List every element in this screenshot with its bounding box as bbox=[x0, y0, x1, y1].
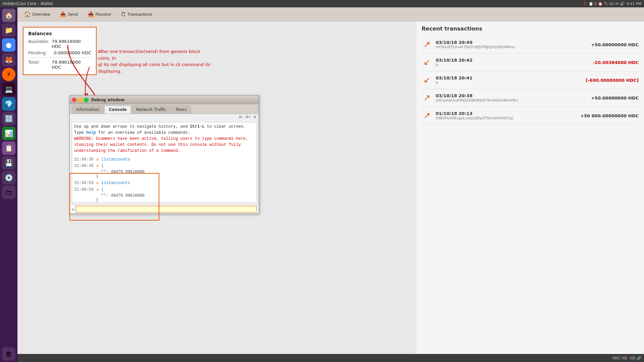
tab-information[interactable]: Information bbox=[72, 106, 104, 114]
console-warning: WARNING: Scammers have been active, tell… bbox=[74, 136, 248, 153]
receive-icon: 📥 bbox=[88, 11, 94, 17]
tx-date-1: 03/10/18 20:49 bbox=[436, 40, 591, 45]
dock: 🏠 📁 ● 🦊 ⚡ 💻 💎 🔢 📊 📋 💾 💿 🗃 🗑 bbox=[0, 7, 17, 362]
debug-console[interactable]: Use up and down arrows to navigate histo… bbox=[72, 122, 257, 202]
main-content: 🏠 Overview 📤 Send 📥 Receive 🗒 Transactio… bbox=[17, 7, 644, 362]
dock-icon-drive[interactable]: 💾 bbox=[2, 156, 15, 170]
tx-date-3: 03/10/18 20:41 bbox=[436, 75, 586, 80]
app-container: 🏠 📁 ● 🦊 ⚡ 💻 💎 🔢 📊 📋 💾 💿 🗃 🗑 🏠 Overview 📤… bbox=[0, 7, 644, 362]
dock-icon-home[interactable]: 🏠 bbox=[2, 9, 15, 22]
tx-amount-2: -20.00384000 HDC bbox=[593, 60, 639, 65]
dock-icon-terminal[interactable]: 💻 bbox=[2, 82, 15, 96]
debug-window-title: Debug window bbox=[91, 98, 125, 102]
transactions-icon: 🗒 bbox=[121, 11, 126, 17]
status-bar: HDC HD HD 🔗 bbox=[17, 354, 644, 362]
tx-address-3: b bbox=[436, 80, 586, 85]
tx-address-2: b bbox=[436, 63, 593, 67]
dock-icon-files[interactable]: 📁 bbox=[2, 23, 15, 37]
tx-icon-2 bbox=[422, 57, 432, 68]
console-toolbar: A- A+ ✕ bbox=[70, 114, 259, 120]
dock-icon-storage[interactable]: 🗃 bbox=[2, 186, 15, 199]
cmd-icon-2: ↺ bbox=[96, 180, 99, 186]
tx-details-2: 03/10/18 20:42 b bbox=[436, 58, 593, 67]
debug-maximize-button[interactable] bbox=[84, 98, 89, 102]
console-instructions: Use up and down arrows to navigate histo… bbox=[74, 124, 254, 154]
font-decrease-button[interactable]: A- bbox=[239, 115, 243, 119]
balance-pending-row: Pending: 0.00000000 HDC bbox=[28, 50, 91, 55]
tx-amount-4: +50.00000000 HDC bbox=[591, 96, 639, 101]
annotation-text: After one transaction(send) from genesis… bbox=[98, 48, 212, 74]
result-icon-2: ↺ bbox=[96, 187, 99, 193]
debug-minimize-button[interactable] bbox=[78, 98, 83, 102]
debug-tabs: Information Console Network Traffic Peer… bbox=[70, 104, 259, 114]
transaction-item-5: 01/10/18 20:13 (HBXPovK6ugzLcstijxSDy479… bbox=[422, 107, 639, 125]
balances-title: Balances bbox=[28, 31, 91, 36]
pending-value: 0.00000000 HDC bbox=[54, 50, 91, 55]
console-close-button[interactable]: ✕ bbox=[253, 115, 257, 119]
transaction-list: 03/10/18 20:49 (H7kIu9T5Xu4rTBd7c8jSiTMJ… bbox=[422, 36, 639, 125]
dock-icon-chrome[interactable]: ● bbox=[2, 38, 15, 52]
status-text: HDC HD bbox=[612, 356, 627, 360]
debug-window: ✕ Debug window Information Console Netwo… bbox=[69, 95, 259, 214]
tx-amount-1: +50.00000000 HDC bbox=[591, 42, 639, 47]
balance-available-row: Available: 79.99616000 HDC bbox=[28, 39, 91, 49]
tx-icon-5 bbox=[422, 110, 432, 121]
dock-icon-firefox[interactable]: 🦊 bbox=[2, 53, 15, 66]
available-value: 79.99616000 HDC bbox=[52, 39, 91, 49]
transaction-item-4: 03/10/18 20:38 (HCsimeUsaH9DZSWrW24i7itr… bbox=[422, 89, 639, 107]
balances-box: Balances Available: 79.99616000 HDC Pend… bbox=[23, 27, 97, 75]
tx-icon-4 bbox=[422, 93, 432, 103]
console-line-1: 21:40:36 ↺ listaccounts bbox=[74, 157, 254, 163]
tx-details-4: 03/10/18 20:38 (HCsimeUsaH9DZSWrW24i7itr… bbox=[436, 93, 591, 103]
title-bar: HiddenCoin Core - Wallet ❓ 📋 S ⏰ 🔌 En ✉ … bbox=[0, 0, 644, 7]
available-label: Available: bbox=[28, 39, 52, 49]
left-panel: Balances Available: 79.99616000 HDC Pend… bbox=[17, 21, 416, 354]
console-input-field[interactable] bbox=[76, 206, 257, 213]
nav-receive-button[interactable]: 📥 Receive bbox=[84, 10, 115, 19]
transaction-item-1: 03/10/18 20:49 (H7kIu9T5Xu4rTBd7c8jSiTMJ… bbox=[422, 36, 639, 54]
transaction-item-2: 03/10/18 20:42 b -20.00384000 HDC bbox=[422, 54, 639, 71]
debug-close-button[interactable]: ✕ bbox=[72, 98, 76, 102]
content-area: Balances Available: 79.99616000 HDC Pend… bbox=[17, 21, 644, 354]
tab-console[interactable]: Console bbox=[104, 106, 131, 114]
debug-title-bar: ✕ Debug window bbox=[70, 96, 259, 104]
tx-address-4: (HCsimeUsaH9DZSWrW24i7itrsKGVxWUVBr) bbox=[436, 98, 591, 103]
tx-details-3: 03/10/18 20:41 b bbox=[436, 75, 586, 85]
tx-amount-3: [-600.00000000 HDC] bbox=[586, 78, 639, 83]
tab-peers[interactable]: Peers bbox=[171, 106, 191, 114]
recent-transactions-title: Recent transactions bbox=[422, 25, 639, 32]
tx-date-4: 03/10/18 20:38 bbox=[436, 93, 591, 98]
balance-total-row: Total: 79.99616000 HDC bbox=[28, 60, 91, 70]
tx-amount-5: +50 000.00000000 HDC bbox=[580, 113, 639, 118]
annotation-line1: After one transaction(send) from genesis… bbox=[98, 49, 200, 61]
window-title: HiddenCoin Core - Wallet bbox=[3, 1, 53, 6]
console-prompt-symbol: > bbox=[72, 207, 74, 212]
dock-icon-electrum[interactable]: 💎 bbox=[2, 97, 15, 111]
console-result-1: 21:40:36 ↺ { bbox=[74, 163, 254, 169]
tx-details-5: 01/10/18 20:13 (HBXPovK6ugzLcstijxSDy479… bbox=[436, 111, 580, 120]
nav-transactions-button[interactable]: 🗒 Transactions bbox=[117, 10, 156, 19]
total-value: 79.99616000 HDC bbox=[52, 60, 91, 70]
system-icons: ❓ 📋 S ⏰ 🔌 En ✉ 🔊 bbox=[583, 2, 625, 6]
console-line-2: 21:40:59 ↺ listaccounts bbox=[74, 180, 254, 186]
dock-icon-optical[interactable]: 💿 bbox=[2, 171, 15, 184]
tab-network-traffic[interactable]: Network Traffic bbox=[132, 106, 171, 114]
total-label: Total: bbox=[28, 60, 52, 70]
send-icon: 📤 bbox=[60, 11, 66, 17]
dock-icon-spreadsheet[interactable]: 📊 bbox=[2, 127, 15, 140]
cmd-icon-1: ↺ bbox=[96, 157, 99, 163]
dock-icon-trash[interactable]: 🗑 bbox=[2, 347, 15, 361]
dock-icon-notes[interactable]: 📋 bbox=[2, 141, 15, 155]
pending-label: Pending: bbox=[28, 50, 52, 55]
nav-overview-button[interactable]: 🏠 Overview bbox=[20, 10, 54, 19]
title-bar-right: ❓ 📋 S ⏰ 🔌 En ✉ 🔊 9:41 PM bbox=[583, 2, 641, 6]
nav-bar: 🏠 Overview 📤 Send 📥 Receive 🗒 Transactio… bbox=[17, 7, 644, 21]
console-result-2: 21:40:59 ↺ { bbox=[74, 187, 254, 193]
nav-send-button[interactable]: 📤 Send bbox=[56, 10, 82, 19]
dock-icon-calc[interactable]: 🔢 bbox=[2, 112, 15, 125]
font-increase-button[interactable]: A+ bbox=[246, 115, 251, 119]
tx-icon-1 bbox=[422, 39, 432, 50]
dock-icon-flash[interactable]: ⚡ bbox=[2, 68, 15, 81]
tx-icon-3 bbox=[422, 75, 432, 85]
tx-address-1: (H7kIu9T5Xu4rTBd7c8jSiTMJiQXpX82MRm) bbox=[436, 45, 591, 49]
